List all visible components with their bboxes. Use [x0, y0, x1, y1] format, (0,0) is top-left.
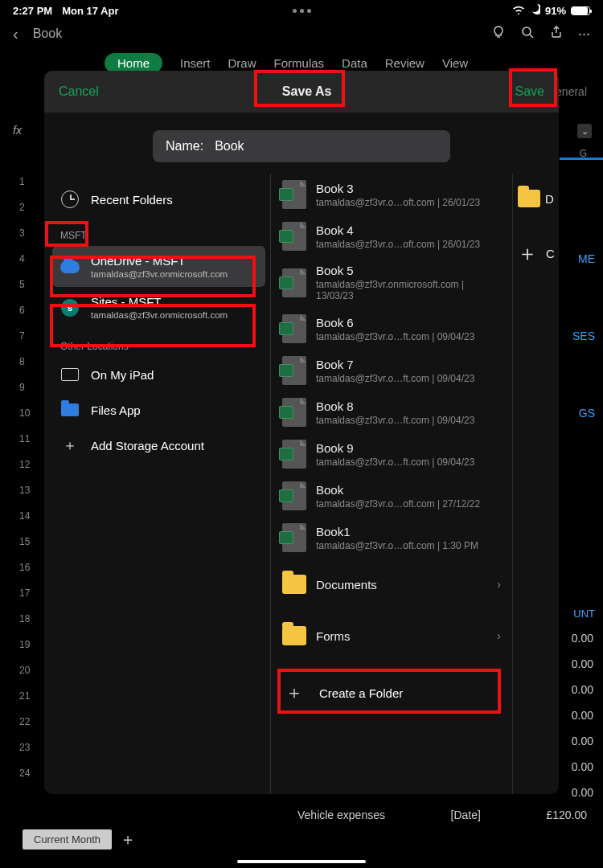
- plus-icon: ＋: [60, 436, 80, 455]
- section-other: Other Locations: [52, 328, 265, 357]
- excel-file-icon: [282, 222, 306, 251]
- tab-insert[interactable]: Insert: [180, 56, 211, 70]
- bg-link-1: ME: [578, 252, 595, 265]
- formula-bar-label: fx: [13, 124, 22, 137]
- row-headers: 123 456 789 101112 131415 161718 192021 …: [0, 169, 30, 786]
- tab-review[interactable]: Review: [385, 56, 425, 70]
- file-item[interactable]: Book1tamaldas@zf3vr.o…oft.com | 1:30 PM: [271, 517, 512, 559]
- right-column: D ＋ C: [512, 174, 559, 794]
- file-item[interactable]: Book 5tamaldas@zf3vr.onmicrosoft.com | 1…: [271, 257, 512, 308]
- file-item[interactable]: Book 8tamaldas@zf3vr.o…ft.com | 09/04/23: [271, 391, 512, 433]
- location-sidebar: Recent Folders MSFT OneDrive - MSFT tama…: [44, 174, 271, 794]
- save-button[interactable]: Save: [515, 84, 544, 99]
- battery-icon: [571, 6, 590, 15]
- excel-file-icon: [282, 481, 306, 510]
- file-item[interactable]: Book 9tamaldas@zf3vr.o…ft.com | 09/04/23: [271, 433, 512, 475]
- tab-view[interactable]: View: [442, 56, 468, 70]
- clock-icon: [60, 190, 80, 209]
- onedrive-sub: tamaldas@zf3vr.onmicrosoft.com: [91, 269, 228, 279]
- plus-icon: ＋: [285, 681, 303, 705]
- dialog-title: Save As: [99, 84, 515, 99]
- multitask-dots[interactable]: [285, 9, 318, 13]
- cancel-button[interactable]: Cancel: [59, 84, 99, 99]
- files-app[interactable]: Files App: [52, 392, 265, 428]
- bg-link-3: GS: [579, 407, 595, 420]
- excel-file-icon: [282, 440, 306, 469]
- file-item[interactable]: Booktamaldas@zf3vr.o…oft.com | 27/12/22: [271, 475, 512, 517]
- section-msft: MSFT: [52, 217, 265, 246]
- ipad-icon: [60, 365, 80, 384]
- file-list[interactable]: Book 3tamaldas@zf3vr.o…oft.com | 26/01/2…: [271, 174, 512, 794]
- excel-file-icon: [282, 268, 306, 297]
- formula-dropdown[interactable]: ⌄: [577, 124, 592, 138]
- folder-icon: [60, 400, 80, 420]
- sites-title: Sites - MSFT: [91, 295, 228, 309]
- excel-file-icon: [282, 523, 306, 552]
- folder-icon: [282, 575, 306, 594]
- excel-file-icon: [282, 356, 306, 385]
- file-item[interactable]: Book 6tamaldas@zf3vr.o…ft.com | 09/04/23: [271, 308, 512, 350]
- selection-indicator: [560, 158, 603, 160]
- recent-folders[interactable]: Recent Folders: [52, 182, 265, 217]
- search-icon[interactable]: [520, 25, 535, 43]
- bg-amount-header: UNT: [573, 608, 595, 620]
- status-bar: 2:27 PM Mon 17 Apr 91%: [0, 0, 603, 18]
- sites-msft[interactable]: s Sites - MSFT tamaldas@zf3vr.onmicrosof…: [52, 287, 265, 328]
- lightbulb-icon[interactable]: [491, 25, 506, 43]
- file-item[interactable]: Book 4tamaldas@zf3vr.o…oft.com | 26/01/2…: [271, 215, 512, 257]
- bg-data-row: Vehicle expenses [Date] £120.00: [297, 809, 587, 821]
- save-as-dialog: Cancel Save As Save Name: Recent Folders…: [44, 71, 559, 794]
- sheet-tab-current[interactable]: Current Month: [23, 829, 112, 850]
- folder-icon[interactable]: [518, 190, 540, 207]
- files-app-label: Files App: [91, 403, 141, 417]
- chevron-right-icon: ›: [497, 629, 501, 642]
- on-my-ipad-label: On My iPad: [91, 368, 154, 382]
- file-item[interactable]: Book 3tamaldas@zf3vr.o…oft.com | 26/01/2…: [271, 174, 512, 215]
- excel-file-icon: [282, 180, 306, 209]
- recent-folders-label: Recent Folders: [91, 193, 173, 207]
- wifi-icon: [512, 5, 525, 17]
- tab-data[interactable]: Data: [342, 56, 367, 70]
- right-item-d[interactable]: D: [545, 192, 554, 206]
- folder-documents[interactable]: Documents ›: [271, 559, 512, 610]
- add-storage-label: Add Storage Account: [91, 439, 204, 452]
- excel-file-icon: [282, 398, 306, 427]
- filename-label: Name:: [166, 139, 203, 154]
- create-folder[interactable]: ＋ Create a Folder: [271, 661, 512, 724]
- tab-formulas[interactable]: Formulas: [274, 56, 325, 70]
- sheet-tabs: Current Month ＋: [23, 829, 136, 850]
- excel-file-icon: [282, 314, 306, 343]
- filename-input[interactable]: [215, 139, 437, 154]
- onedrive-title: OneDrive - MSFT: [91, 254, 228, 268]
- sharepoint-icon: s: [60, 298, 80, 317]
- add-sheet-button[interactable]: ＋: [120, 829, 136, 850]
- status-date: Mon 17 Apr: [62, 5, 118, 17]
- bg-values: 0.000.000.00 0.000.000.00 0.00: [572, 619, 593, 799]
- create-folder-label: Create a Folder: [319, 686, 403, 700]
- folder-icon: [282, 626, 306, 645]
- more-icon[interactable]: ···: [578, 26, 590, 43]
- svg-point-0: [523, 27, 531, 35]
- bg-link-2: SES: [572, 330, 595, 342]
- file-item[interactable]: Book 7tamaldas@zf3vr.o…ft.com | 09/04/23: [271, 350, 512, 391]
- on-my-ipad[interactable]: On My iPad: [52, 357, 265, 392]
- document-title[interactable]: Book: [33, 27, 477, 41]
- status-time: 2:27 PM: [13, 5, 52, 17]
- sites-sub: tamaldas@zf3vr.onmicrosoft.com: [91, 310, 228, 320]
- plus-icon[interactable]: ＋: [517, 240, 538, 268]
- onedrive-icon: [60, 257, 80, 276]
- tab-draw[interactable]: Draw: [228, 56, 256, 70]
- filename-field[interactable]: Name:: [153, 130, 450, 162]
- chevron-right-icon: ›: [497, 578, 501, 591]
- add-storage-account[interactable]: ＋ Add Storage Account: [52, 428, 265, 463]
- onedrive-msft[interactable]: OneDrive - MSFT tamaldas@zf3vr.onmicroso…: [52, 246, 265, 287]
- back-button[interactable]: ‹: [13, 25, 18, 43]
- app-toolbar: ‹ Book ···: [0, 18, 603, 50]
- moon-icon: [530, 4, 540, 17]
- battery-percent: 91%: [545, 5, 566, 17]
- folder-forms[interactable]: Forms ›: [271, 610, 512, 661]
- share-icon[interactable]: [549, 25, 564, 43]
- right-item-c[interactable]: C: [546, 247, 555, 260]
- home-indicator[interactable]: [237, 860, 366, 863]
